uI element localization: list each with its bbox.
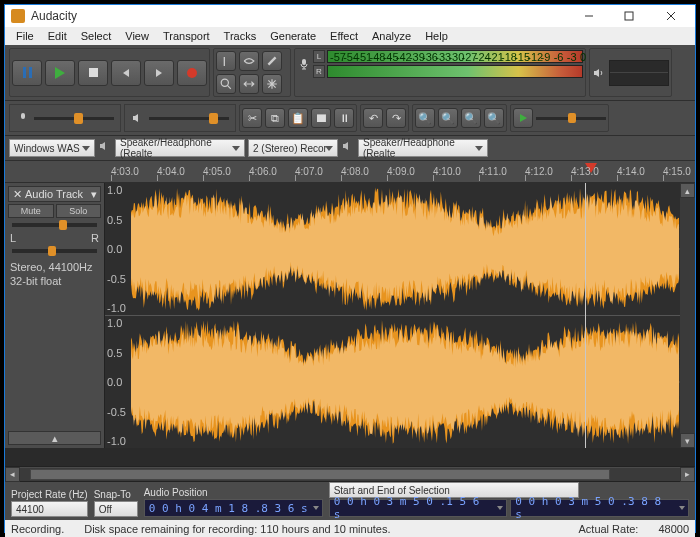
track-close-icon[interactable]: ✕ — [12, 188, 22, 201]
device-toolbar: Windows WAS Speaker/Headphone (Realte 2 … — [5, 136, 695, 161]
minimize-button[interactable] — [569, 5, 609, 27]
menu-effect[interactable]: Effect — [323, 28, 365, 44]
tools-toolbar: I — [213, 48, 291, 97]
svg-rect-1 — [625, 12, 633, 20]
waveform-display[interactable]: 1.00.50.0-0.5-1.0 1.00.50.0-0.5-1.0 — [105, 183, 680, 448]
menu-analyze[interactable]: Analyze — [365, 28, 418, 44]
speaker-icon — [131, 111, 145, 125]
status-bar: Recording. Disk space remaining for reco… — [5, 520, 695, 537]
recording-device-combo[interactable]: Speaker/Headphone (Realte — [358, 139, 488, 157]
record-button[interactable] — [177, 60, 207, 86]
audio-position-field[interactable]: 0 0 h 0 4 m 1 8 .8 3 6 s — [144, 499, 323, 517]
track-header[interactable]: ✕Audio Track▾ — [8, 186, 101, 202]
selection-tool-icon[interactable]: I — [216, 51, 236, 71]
app-icon — [11, 9, 25, 23]
vertical-scrollbar[interactable]: ▴▾ — [680, 183, 695, 448]
audio-host-combo[interactable]: Windows WAS — [9, 139, 95, 157]
zoom-in-icon[interactable]: 🔍 — [415, 108, 435, 128]
envelope-tool-icon[interactable] — [239, 51, 259, 71]
mic-icon — [16, 111, 30, 125]
rec-meter-r-label: R — [313, 65, 325, 78]
playback-cursor — [585, 183, 586, 448]
actual-rate-value: 48000 — [658, 523, 689, 535]
transport-toolbar — [9, 48, 210, 97]
track-gain-slider[interactable] — [12, 223, 97, 227]
selection-end-field[interactable]: 0 0 h 0 3 m 5 0 .3 8 8 s — [510, 499, 689, 517]
undo-icon[interactable]: ↶ — [363, 108, 383, 128]
mute-button[interactable]: Mute — [8, 204, 54, 218]
titlebar: Audacity — [5, 5, 695, 27]
menu-file[interactable]: File — [9, 28, 41, 44]
menu-select[interactable]: Select — [74, 28, 119, 44]
zoom-tool-icon[interactable] — [216, 74, 236, 94]
cut-icon[interactable]: ✂ — [242, 108, 262, 128]
paste-icon[interactable]: 📋 — [288, 108, 308, 128]
audio-position-label: Audio Position — [144, 487, 323, 498]
skip-end-button[interactable] — [144, 60, 174, 86]
selection-start-field[interactable]: 0 0 h 0 3 m 5 0 .1 5 6 s — [329, 499, 508, 517]
menu-help[interactable]: Help — [418, 28, 455, 44]
snap-to-combo[interactable]: Off — [94, 501, 138, 517]
status-disk: Disk space remaining for recording: 110 … — [84, 523, 558, 535]
silence-icon[interactable]: ⏸ — [334, 108, 354, 128]
playback-device-combo[interactable]: Speaker/Headphone (Realte — [115, 139, 245, 157]
solo-button[interactable]: Solo — [56, 204, 102, 218]
close-button[interactable] — [649, 5, 693, 27]
timeshift-tool-icon[interactable] — [239, 74, 259, 94]
meter-toolbar: L-57-54-51-48-45-42-39-36-33-30-27-24-21… — [294, 48, 586, 97]
recording-meter-l[interactable]: -57-54-51-48-45-42-39-36-33-30-27-24-21-… — [327, 50, 583, 63]
project-rate-label: Project Rate (Hz) — [11, 489, 88, 500]
project-rate-combo[interactable]: 44100 — [11, 501, 88, 517]
speaker-icon — [592, 66, 606, 80]
zoom-out-icon[interactable]: 🔍 — [438, 108, 458, 128]
pan-l-label: L — [10, 232, 16, 244]
rec-meter-l-label: L — [313, 50, 325, 63]
track-pan-slider[interactable] — [12, 249, 97, 253]
svg-line-6 — [227, 85, 231, 89]
menu-tracks[interactable]: Tracks — [217, 28, 264, 44]
playback-meter-toolbar — [589, 48, 672, 97]
recording-volume-slider[interactable] — [9, 104, 121, 132]
edit-toolbar: ✂ ⧉ 📋 ⯀ ⏸ — [239, 104, 357, 132]
recording-meter-r[interactable] — [327, 65, 583, 78]
window-title: Audacity — [31, 9, 569, 23]
menu-generate[interactable]: Generate — [263, 28, 323, 44]
track-name: Audio Track — [22, 188, 91, 200]
play-button[interactable] — [45, 60, 75, 86]
playback-meter-r[interactable] — [610, 73, 668, 85]
selection-toolbar: Project Rate (Hz)44100 Snap-ToOff Audio … — [5, 482, 695, 520]
scrub-play-icon[interactable] — [513, 108, 533, 128]
menu-edit[interactable]: Edit — [41, 28, 74, 44]
skip-start-button[interactable] — [111, 60, 141, 86]
mic-icon — [297, 57, 311, 71]
menu-view[interactable]: View — [118, 28, 156, 44]
multi-tool-icon[interactable] — [262, 74, 282, 94]
track-collapse-button[interactable]: ▴ — [8, 431, 101, 445]
horizontal-scrollbar[interactable]: ◂▸ — [5, 466, 695, 481]
timeline-ruler[interactable]: 4:03.04:04.04:05.04:06.04:07.04:08.04:09… — [5, 161, 695, 183]
recording-channels-combo[interactable]: 2 (Stereo) Recor — [248, 139, 338, 157]
fit-selection-icon[interactable]: 🔍 — [461, 108, 481, 128]
copy-icon[interactable]: ⧉ — [265, 108, 285, 128]
track-format-info: Stereo, 44100Hz32-bit float — [8, 258, 101, 291]
playback-volume-slider[interactable] — [124, 104, 236, 132]
playback-meter-l[interactable] — [610, 61, 668, 74]
svg-text:I: I — [222, 55, 226, 67]
stop-button[interactable] — [78, 60, 108, 86]
svg-rect-8 — [21, 113, 25, 119]
track-menu-icon[interactable]: ▾ — [91, 188, 97, 201]
toolbar-row-1: I L-57-54-51-48-45-42-39-36-33-30-27-24-… — [5, 45, 695, 101]
status-state: Recording. — [11, 523, 64, 535]
speaker-icon — [98, 139, 112, 153]
redo-icon[interactable]: ↷ — [386, 108, 406, 128]
track-control-panel: ✕Audio Track▾ Mute Solo LR Stereo, 44100… — [5, 183, 105, 448]
undo-toolbar: ↶ ↷ — [360, 104, 409, 132]
trim-icon[interactable]: ⯀ — [311, 108, 331, 128]
fit-project-icon[interactable]: 🔍 — [484, 108, 504, 128]
pan-r-label: R — [91, 232, 99, 244]
draw-tool-icon[interactable] — [262, 51, 282, 71]
pause-button[interactable] — [12, 60, 42, 86]
maximize-button[interactable] — [609, 5, 649, 27]
menu-transport[interactable]: Transport — [156, 28, 217, 44]
speaker-icon — [341, 139, 355, 153]
